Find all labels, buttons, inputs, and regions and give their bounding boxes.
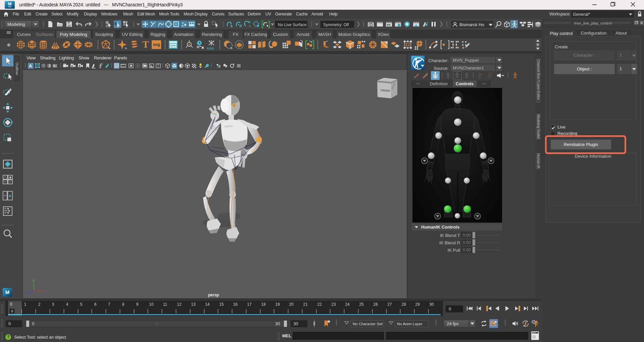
svg-text:FRONT: FRONT [381,89,391,93]
svg-text:+: + [4,176,6,179]
svg-text:y: y [33,278,35,282]
svg-text:x: x [495,26,497,29]
svg-text:xsens: xsens [224,124,233,128]
svg-text:{;}: {;} [533,335,536,338]
svg-text:T: T [157,64,159,68]
svg-text:x: x [41,289,44,293]
svg-text:IPR: IPR [387,24,391,26]
svg-text:+: + [4,194,6,197]
svg-text:0,0,0: 0,0,0 [207,47,214,50]
svg-text:A: A [29,63,32,68]
svg-text:+: + [4,180,6,184]
svg-text:persp: persp [208,293,219,297]
svg-text:+: + [9,180,11,184]
svg-text:z: z [26,291,28,295]
svg-text:◆: ◆ [9,176,11,179]
